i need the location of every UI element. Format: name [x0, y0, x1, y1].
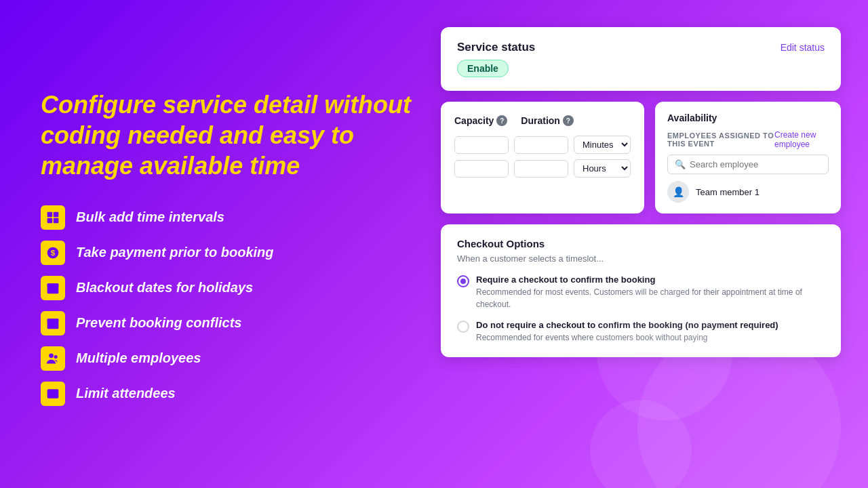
checkout-card: Checkout Options When a customer selects…	[441, 224, 841, 357]
right-column: Service status Edit status Enable Capaci…	[441, 27, 841, 461]
svg-rect-1	[54, 211, 59, 217]
capacity-stepper[interactable]: ▲ ▼	[454, 136, 509, 154]
svg-rect-7	[47, 283, 59, 286]
capacity-value[interactable]	[455, 137, 509, 153]
duration-help-icon[interactable]: ?	[563, 115, 574, 126]
feature-text-employees: Multiple employees	[76, 350, 201, 366]
employee-search-input[interactable]	[690, 159, 821, 169]
edit-status-link[interactable]: Edit status	[781, 42, 825, 53]
checkout-subtitle: When a customer selects a timeslot...	[457, 253, 825, 264]
capacity-stepper-2[interactable]: ▲ ▼	[454, 160, 509, 178]
feature-list: Bulk add time intervals$Take payment pri…	[41, 205, 414, 406]
capacity-label: Capacity ?	[454, 115, 507, 126]
svg-rect-11	[47, 319, 59, 321]
feature-text-conflicts: Prevent booking conflicts	[76, 315, 241, 331]
duration-unit-hours-select[interactable]: Hours Minutes	[574, 159, 631, 178]
checkout-title: Checkout Options	[457, 238, 825, 249]
feature-text-blackout: Blackout dates for holidays	[76, 280, 253, 296]
feature-item-employees: Multiple employees	[41, 346, 414, 371]
availability-title: Availability	[667, 113, 829, 123]
create-employee-link[interactable]: Create new employee	[774, 130, 829, 149]
feature-text-payment: Take payment prior to booking	[76, 245, 274, 260]
svg-point-15	[49, 392, 52, 395]
duration-unit-minutes-select[interactable]: Minutes Hours	[574, 136, 631, 154]
employee-search-box[interactable]: 🔍	[667, 155, 829, 174]
checkout-no-require-desc: Recommended for events where customers b…	[476, 331, 778, 344]
capacity-value-2[interactable]	[455, 161, 509, 177]
capacity-help-icon[interactable]: ?	[496, 115, 507, 126]
dollar-icon: $	[41, 241, 65, 265]
checkout-option-require-content: Require a checkout to confirm the bookin…	[476, 274, 825, 310]
capacity-row-1: ▲ ▼ ▲ ▼ Minutes Hours	[454, 136, 631, 154]
checkout-require-label: Require a checkout to confirm the bookin…	[476, 274, 825, 285]
duration-label: Duration ?	[521, 115, 574, 126]
middle-row: Capacity ? Duration ? ▲ ▼	[441, 102, 841, 214]
status-badge: Enable	[457, 60, 509, 77]
search-icon: 🔍	[675, 159, 686, 169]
avatar: 👤	[667, 181, 689, 203]
people-icon	[41, 346, 65, 371]
svg-rect-17	[54, 394, 56, 395]
duration-hours-value[interactable]	[515, 161, 568, 177]
svg-point-12	[49, 353, 54, 358]
employee-name: Team member 1	[696, 187, 760, 197]
checkout-option-require[interactable]: Require a checkout to confirm the bookin…	[457, 274, 825, 310]
svg-rect-3	[54, 218, 59, 223]
left-column: Configure service detail without coding …	[41, 27, 414, 461]
svg-rect-14	[47, 389, 59, 398]
feature-item-blackout: Blackout dates for holidays	[41, 276, 414, 300]
svg-point-13	[54, 355, 58, 359]
feature-text-attendees: Limit attendees	[76, 386, 176, 401]
employee-row: 👤 Team member 1	[667, 181, 829, 203]
employees-assigned-label: EMPLOYEES ASSIGNED TO THIS EVENT	[667, 131, 774, 148]
capacity-row-2: ▲ ▼ ▲ ▼ Hours Minutes	[454, 159, 631, 178]
service-status-card: Service status Edit status Enable	[441, 27, 841, 91]
checkout-option-no-require[interactable]: Do not require a checkout to confirm the…	[457, 320, 825, 344]
calendar-plus-icon	[41, 276, 65, 300]
feature-item-payment: $Take payment prior to booking	[41, 241, 414, 265]
svg-rect-16	[54, 392, 57, 393]
svg-text:$: $	[51, 248, 56, 257]
feature-text-bulk-add: Bulk add time intervals	[76, 209, 224, 225]
duration-minutes-value[interactable]	[515, 137, 568, 153]
feature-item-attendees: Limit attendees	[41, 382, 414, 406]
duration-minutes-stepper[interactable]: ▲ ▼	[514, 136, 568, 154]
main-layout: Configure service detail without coding …	[0, 0, 868, 488]
hero-title: Configure service detail without coding …	[41, 89, 414, 181]
svg-rect-0	[47, 211, 53, 217]
checkout-require-desc: Recommended for most events. Customers w…	[476, 286, 825, 310]
capacity-duration-card: Capacity ? Duration ? ▲ ▼	[441, 102, 644, 214]
availability-card: Availability EMPLOYEES ASSIGNED TO THIS …	[655, 102, 841, 214]
checkout-no-require-label: Do not require a checkout to confirm the…	[476, 320, 778, 330]
table-icon	[41, 205, 65, 230]
id-card-icon	[41, 382, 65, 406]
duration-hours-stepper[interactable]: ▲ ▼	[514, 160, 568, 178]
check-calendar-icon	[41, 311, 65, 336]
feature-item-bulk-add: Bulk add time intervals	[41, 205, 414, 230]
feature-item-conflicts: Prevent booking conflicts	[41, 311, 414, 336]
radio-dot-require	[460, 279, 466, 284]
radio-no-require[interactable]	[457, 321, 469, 333]
svg-rect-2	[47, 218, 53, 223]
checkout-option-no-require-content: Do not require a checkout to confirm the…	[476, 320, 778, 344]
radio-require[interactable]	[457, 275, 469, 287]
service-status-title: Service status	[457, 41, 535, 54]
